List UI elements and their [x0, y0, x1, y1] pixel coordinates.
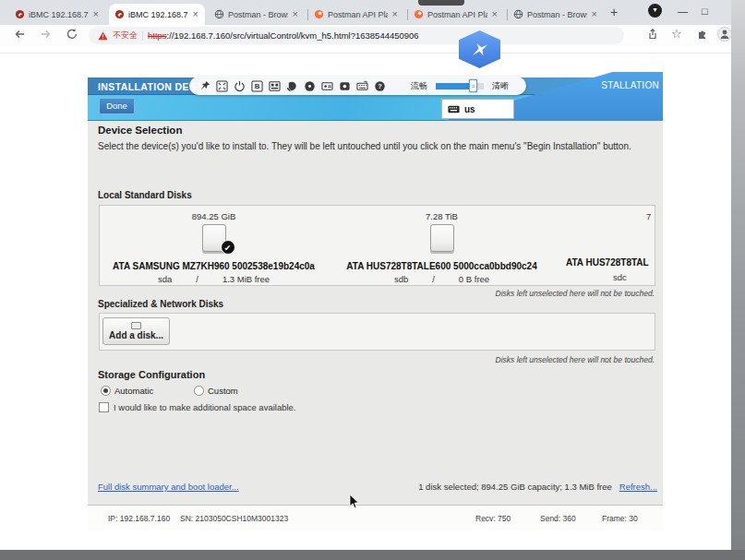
- specialized-disks-box: Add a disk...: [99, 313, 655, 351]
- close-icon[interactable]: ×: [591, 9, 598, 19]
- tab-ibmc-2-active[interactable]: iBMC 192.168.7.16 ×: [109, 4, 205, 25]
- warning-icon: [98, 31, 108, 41]
- tab-postman-api-1[interactable]: Postman API Platfo ×: [308, 4, 404, 25]
- specialized-disks-title: Specialized & Network Disks: [98, 299, 223, 309]
- virtual-keyboard-icon[interactable]: [355, 79, 368, 92]
- keyboard-icon: [448, 105, 460, 113]
- page-top-divider: [0, 53, 732, 54]
- tab-postman-browser-1[interactable]: Postman - Browser ×: [209, 4, 305, 25]
- tab-strip: iBMC 192.168.7.16 × iBMC 192.168.7.16 × …: [0, 0, 732, 25]
- profile-avatar[interactable]: [717, 27, 732, 42]
- anaconda-installer-screen: STALLATION INSTALLATION DESTINATION Done…: [88, 77, 663, 530]
- cd-rom-icon[interactable]: [320, 79, 333, 92]
- disk-dev-node: sdc: [613, 272, 627, 282]
- disk-drive-icon: ✔: [202, 224, 226, 252]
- kvm-toolbar: B ? 流畅 ≡ 清晰: [189, 77, 526, 95]
- status-recv: Recv: 750: [475, 514, 511, 523]
- selection-summary: 1 disk selected; 894.25 GiB capacity; 1.…: [418, 482, 612, 492]
- new-tab-button[interactable]: +: [606, 5, 622, 19]
- disk-device-row: sda / 1.3 MiB free: [100, 274, 328, 284]
- checkbox-label: I would like to make additional space av…: [114, 402, 296, 412]
- done-button[interactable]: Done: [99, 98, 135, 114]
- add-disk-button[interactable]: Add a disk...: [102, 317, 170, 345]
- back-icon[interactable]: [13, 28, 26, 41]
- local-disks-box: 894.25 GiB ✔ ATA SAMSUNG MZ7KH960 500253…: [99, 205, 655, 286]
- status-ip: IP: 192.168.7.160: [108, 514, 170, 523]
- status-sn: SN: 2103050CSH10M3001323: [180, 514, 288, 523]
- struck-protocol: https: [148, 30, 167, 41]
- unselected-note: Disks left unselected here will not be t…: [496, 289, 655, 298]
- tab-ibmc-1[interactable]: iBMC 192.168.7.16 ×: [9, 4, 105, 25]
- additional-space-checkbox[interactable]: I would like to make additional space av…: [99, 402, 296, 412]
- disk-model: ATA SAMSUNG MZ7KH960 5002538e19b24c0a: [100, 261, 328, 271]
- screen-capture-icon[interactable]: [338, 79, 351, 92]
- disk-sda[interactable]: 894.25 GiB ✔ ATA SAMSUNG MZ7KH960 500253…: [100, 206, 328, 285]
- maximize-button[interactable]: □: [702, 6, 708, 17]
- address-bar[interactable]: 不安全 https://192.168.7.160/src/virtualCon…: [89, 27, 624, 44]
- disk-drive-icon: [430, 224, 454, 252]
- tab-postman-api-2[interactable]: Postman API Platfo ×: [408, 4, 504, 25]
- status-send: Send: 360: [540, 514, 576, 523]
- postman-favicon-icon: [314, 9, 324, 19]
- keyboard-layout-indicator[interactable]: us: [441, 99, 514, 119]
- disk-free-space: 0 B free: [459, 274, 489, 284]
- tab-title: Postman API Platfo: [328, 10, 388, 19]
- bookmark-star-icon[interactable]: ☆: [671, 27, 682, 41]
- security-warning-label: 不安全: [113, 30, 138, 42]
- tab-postman-browser-2[interactable]: Postman - Browser ×: [508, 4, 604, 25]
- close-icon[interactable]: ×: [491, 9, 499, 19]
- minimize-button[interactable]: —: [678, 6, 688, 17]
- storage-config-title: Storage Configuration: [98, 369, 205, 380]
- tab-title: iBMC 192.168.7.16: [128, 10, 188, 19]
- disk-separator: /: [196, 274, 198, 284]
- quality-slider-fill: [436, 83, 473, 89]
- tab-title: Postman - Browser: [527, 10, 587, 19]
- disk-capacity: 894.25 GiB: [100, 211, 328, 221]
- pin-icon[interactable]: [198, 79, 210, 92]
- radio-automatic[interactable]: Automatic: [101, 386, 153, 396]
- mouse-icon[interactable]: [285, 79, 298, 92]
- bird-icon: [468, 39, 492, 61]
- radio-label: Automatic: [114, 386, 153, 396]
- forward-icon[interactable]: [40, 28, 53, 41]
- extensions-puzzle-icon[interactable]: [695, 28, 708, 41]
- disk-sdb[interactable]: 7.28 TiB ATA HUS728T8TALE600 5000cca0bbd…: [328, 206, 556, 285]
- close-icon[interactable]: ×: [391, 9, 399, 19]
- radio-selected-icon[interactable]: [101, 386, 111, 396]
- ibmc-favicon-icon: [15, 9, 25, 19]
- close-icon[interactable]: ×: [192, 9, 199, 19]
- boot-options-icon[interactable]: B: [250, 79, 263, 92]
- selected-check-icon: ✔: [221, 240, 235, 255]
- share-icon[interactable]: [646, 28, 659, 41]
- record-icon[interactable]: [303, 79, 316, 92]
- url-text: https://192.168.7.160/src/virtualControl…: [148, 30, 419, 41]
- quality-sharp-label: 清晰: [492, 80, 509, 92]
- quality-slider-handle[interactable]: ≡: [469, 79, 477, 92]
- quality-smooth-label: 流畅: [411, 80, 427, 92]
- full-disk-summary-link[interactable]: Full disk summary and boot loader...: [98, 482, 239, 492]
- close-icon[interactable]: ×: [292, 9, 299, 19]
- disk-capacity: 7.28 TiB: [328, 211, 556, 221]
- disk-capacity: 7: [646, 211, 651, 221]
- keyboard-layout-code: us: [464, 104, 475, 114]
- local-disks-title: Local Standard Disks: [98, 190, 192, 200]
- power-icon[interactable]: [233, 79, 246, 92]
- disk-model: ATA HUS728T8TAL: [566, 257, 649, 268]
- disk-model: ATA HUS728T8TALE600 5000cca0bbd90c24: [328, 261, 556, 271]
- fullscreen-icon[interactable]: [215, 79, 228, 92]
- radio-unselected-icon[interactable]: [194, 386, 204, 396]
- checkbox-icon[interactable]: [99, 402, 109, 412]
- kvm-status-bar: IP: 192.168.7.160 SN: 2103050CSH10M30013…: [88, 505, 663, 530]
- close-icon[interactable]: ×: [92, 9, 100, 19]
- keyboard-layout-icon[interactable]: [268, 79, 281, 92]
- help-icon[interactable]: ?: [373, 79, 386, 92]
- quality-slider[interactable]: ≡: [436, 83, 484, 89]
- refresh-link[interactable]: Refresh...: [619, 482, 657, 492]
- radio-custom[interactable]: Custom: [194, 386, 238, 396]
- tab-search-icon[interactable]: ▾: [648, 4, 662, 18]
- status-frame: Frame: 30: [602, 514, 638, 523]
- add-disk-label: Add a disk...: [109, 330, 163, 340]
- disk-free-space: 1.3 MiB free: [222, 274, 270, 284]
- desktop-edge-bottom: [0, 550, 745, 560]
- reload-icon[interactable]: [66, 28, 78, 41]
